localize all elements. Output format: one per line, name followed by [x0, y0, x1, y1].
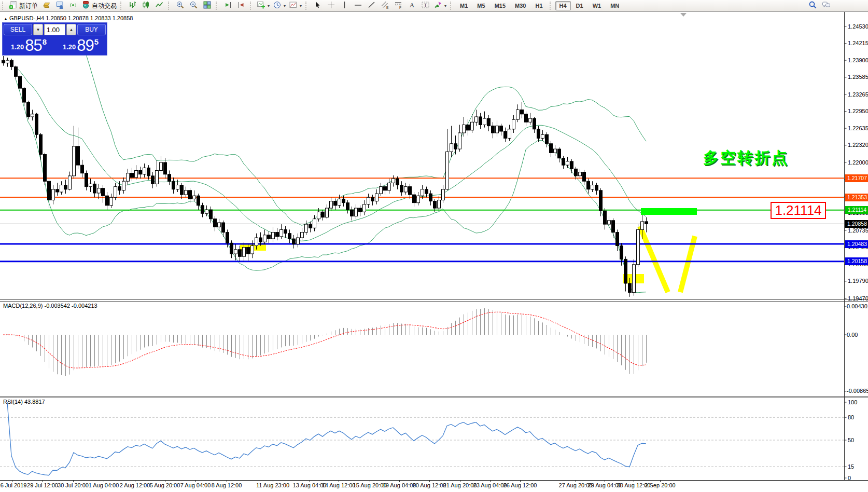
candle [450, 126, 453, 157]
candle [230, 240, 233, 258]
candle [193, 190, 196, 201]
sell-price-display[interactable]: 1.20858 [4, 36, 54, 54]
candle [637, 224, 640, 267]
toolbar-separator [168, 2, 171, 10]
timeframe-button-m15[interactable]: M15 [491, 1, 510, 10]
shapes-icon [433, 1, 442, 11]
candle [272, 227, 275, 242]
shapes-button[interactable]: ▾ [432, 1, 448, 11]
candle [537, 126, 540, 142]
green-pivot-rect[interactable] [641, 208, 697, 215]
candlestick-icon [142, 1, 150, 11]
candle [201, 203, 204, 217]
buy-price-display[interactable]: 1.20895 [55, 36, 106, 54]
volume-input[interactable]: 1.00 [44, 24, 65, 35]
buy-button[interactable]: BUY [77, 24, 106, 35]
svg-text:E: E [386, 5, 389, 9]
chart-canvas[interactable] [0, 0, 868, 492]
trendline-icon [367, 1, 376, 11]
crosshair-button[interactable] [324, 1, 338, 11]
timeframe-button-m1[interactable]: M1 [456, 1, 472, 10]
timeframe-button-d1[interactable]: D1 [572, 1, 587, 10]
toolbar-separator [120, 2, 123, 10]
macd-signal-line [3, 312, 646, 368]
signals-button[interactable] [66, 1, 80, 11]
candle [458, 125, 461, 152]
candle [541, 130, 544, 141]
candle [351, 207, 354, 221]
search-button[interactable] [806, 1, 819, 11]
chart-shift-button[interactable] [234, 1, 248, 11]
market-watch-icon [42, 1, 51, 11]
channel-button[interactable]: E [378, 1, 391, 11]
timeframe-button-w1[interactable]: W1 [589, 1, 606, 10]
candle [89, 179, 92, 192]
chevron-down-icon[interactable]: ▾ [444, 4, 446, 8]
candle [214, 216, 217, 231]
candlestick-button[interactable] [139, 1, 152, 11]
chat-button[interactable] [819, 1, 833, 11]
horizontal-line-button[interactable] [351, 1, 365, 11]
candle [15, 66, 18, 79]
candle [392, 175, 395, 187]
toolbar-separator [305, 2, 309, 10]
candle [363, 200, 366, 215]
templates-button[interactable]: ▾ [287, 1, 303, 11]
sell-button[interactable]: SELL [4, 24, 32, 35]
toolbar-separator [450, 2, 453, 10]
candle [122, 177, 125, 194]
candle [367, 194, 370, 208]
timeframe-button-mn[interactable]: MN [606, 1, 623, 10]
volume-up-button[interactable]: ▲ [66, 24, 76, 35]
line-chart-button[interactable] [152, 1, 166, 11]
candle [31, 110, 34, 121]
chevron-down-icon[interactable]: ▾ [268, 4, 270, 8]
autotrade-button[interactable]: 自动交易 [80, 1, 118, 11]
bar-chart-button[interactable] [125, 1, 139, 11]
candle [388, 179, 391, 194]
candle [417, 192, 420, 206]
chevron-down-icon[interactable]: ▾ [300, 4, 302, 8]
crosshair-icon [327, 1, 335, 11]
candle [492, 122, 495, 138]
candle [599, 188, 603, 216]
timeframe-button-h4[interactable]: H4 [555, 1, 571, 10]
candle [533, 117, 536, 133]
new-order-button[interactable]: 新订单 [7, 1, 39, 11]
periods-button[interactable]: ▾ [271, 1, 287, 11]
toolbar-separator [550, 2, 553, 10]
vertical-line-button[interactable] [338, 1, 351, 11]
templates-icon [289, 1, 298, 11]
candle [77, 128, 80, 169]
indicators-button[interactable]: ▾ [255, 1, 271, 11]
macd-pane [3, 308, 647, 376]
volume-down-button[interactable]: ▼ [33, 24, 43, 35]
data-window-button[interactable] [53, 1, 66, 11]
candle [114, 183, 117, 200]
timeframe-button-m5[interactable]: M5 [473, 1, 489, 10]
rsi-pane [0, 402, 844, 475]
zoom-in-button[interactable] [173, 1, 187, 11]
periods-icon [273, 1, 282, 11]
sell-price-big: 85 [25, 38, 41, 53]
text-button[interactable]: A [405, 1, 418, 11]
yellow-v-trendline-left[interactable] [640, 226, 668, 292]
timeframe-button-h1[interactable]: H1 [531, 1, 547, 10]
vertical-line-icon [340, 1, 349, 11]
candle [305, 221, 308, 235]
label-button[interactable]: T [418, 1, 432, 11]
candle [579, 169, 582, 179]
trendline-button[interactable] [365, 1, 378, 11]
candle [624, 256, 627, 291]
candle [326, 204, 329, 219]
bollinger-lower-band [16, 79, 646, 293]
market-watch-button[interactable] [39, 1, 53, 11]
timeframe-button-m30[interactable]: M30 [511, 1, 530, 10]
tile-windows-button[interactable] [200, 1, 214, 11]
zoom-out-button[interactable] [187, 1, 200, 11]
candle [268, 231, 271, 243]
chevron-down-icon[interactable]: ▾ [284, 4, 286, 8]
auto-scroll-button[interactable] [221, 1, 234, 11]
cursor-button[interactable] [311, 1, 324, 11]
fibonacci-button[interactable]: F [391, 1, 405, 11]
